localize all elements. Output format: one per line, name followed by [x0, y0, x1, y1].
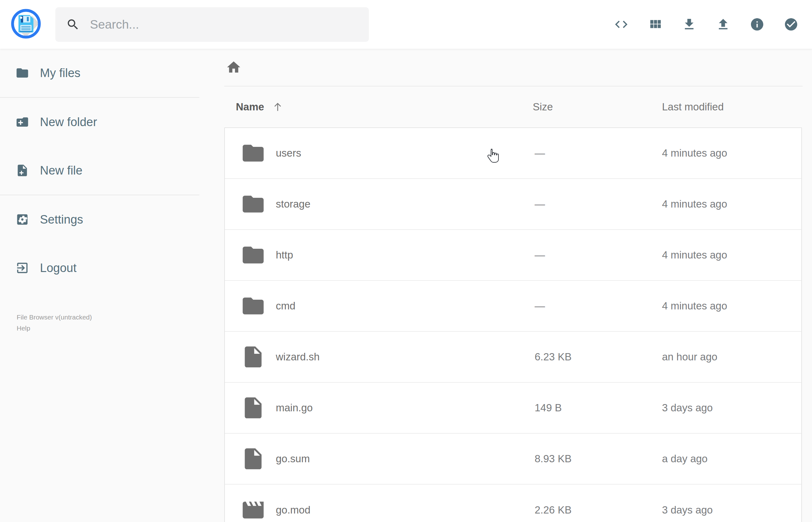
app-logo[interactable] [11, 8, 41, 39]
column-header-name[interactable]: Name [236, 101, 533, 113]
topbar [0, 0, 812, 49]
main-content: Name Size Last modified [207, 49, 812, 522]
file-modified: 4 minutes ago [662, 300, 801, 312]
folder-icon [241, 192, 266, 217]
check-circle-icon [784, 17, 798, 32]
file-row[interactable]: main.go 149 B 3 days ago [225, 383, 801, 434]
file-name: wizard.sh [276, 351, 535, 363]
file-row[interactable]: go.mod 2.26 KB 3 days ago [225, 485, 801, 522]
file-list: users — 4 minutes ago storage — 4 minu [224, 127, 802, 522]
upload-button[interactable] [713, 11, 733, 38]
topbar-actions [611, 0, 801, 49]
help-link[interactable]: Help [17, 323, 207, 334]
file-icon [241, 395, 266, 420]
file-row[interactable]: go.sum 8.93 KB a day ago [225, 434, 801, 485]
search-bar[interactable] [55, 7, 369, 42]
sidebar: My files New folder New file Settings Lo… [0, 49, 207, 334]
download-icon [682, 17, 696, 32]
file-icon [241, 446, 266, 471]
search-input[interactable] [90, 18, 369, 32]
select-multiple-button[interactable] [781, 11, 801, 38]
file-size: 2.26 KB [535, 504, 662, 516]
download-button[interactable] [679, 11, 699, 38]
file-size: 8.93 KB [535, 453, 662, 465]
sort-ascending-icon [272, 101, 284, 113]
sidebar-item-settings[interactable]: Settings [0, 195, 207, 244]
file-name: main.go [276, 402, 535, 414]
file-row[interactable]: storage — 4 minutes ago [225, 179, 801, 230]
floppy-disk-logo-icon [11, 8, 41, 39]
sidebar-item-logout[interactable]: Logout [0, 244, 207, 292]
file-modified: 3 days ago [662, 504, 801, 516]
file-name: go.mod [276, 504, 535, 516]
folder-icon [241, 141, 266, 166]
file-row[interactable]: users — 4 minutes ago [225, 128, 801, 179]
file-modified: 3 days ago [662, 402, 801, 414]
info-icon [750, 17, 765, 32]
sidebar-item-label: New file [40, 164, 82, 177]
file-row[interactable]: wizard.sh 6.23 KB an hour ago [225, 332, 801, 383]
code-icon [614, 17, 629, 32]
breadcrumb [207, 49, 812, 86]
file-modified: 4 minutes ago [662, 147, 801, 159]
sidebar-item-label: Logout [40, 261, 76, 275]
settings-gear-icon [15, 213, 29, 226]
sidebar-item-label: My files [40, 66, 81, 80]
info-button[interactable] [747, 11, 767, 38]
listing-header: Name Size Last modified [224, 86, 803, 127]
sidebar-item-new-file[interactable]: New file [0, 146, 207, 195]
search-icon [66, 18, 80, 32]
file-modified: 4 minutes ago [662, 249, 801, 261]
home-icon[interactable] [226, 59, 242, 75]
folder-icon [241, 242, 266, 267]
video-file-icon [241, 498, 266, 522]
file-icon [241, 344, 266, 369]
sidebar-item-label: New folder [40, 115, 97, 129]
file-size: — [535, 249, 662, 261]
file-modified: an hour ago [662, 351, 801, 363]
file-name: users [276, 147, 535, 159]
file-size: 149 B [535, 402, 662, 414]
grid-view-icon [648, 17, 663, 32]
app-version-text: File Browser v(untracked) [17, 312, 207, 323]
raw-view-button[interactable] [611, 11, 631, 38]
file-name: storage [276, 198, 535, 210]
file-row[interactable]: http — 4 minutes ago [225, 230, 801, 281]
file-row[interactable]: cmd — 4 minutes ago [225, 281, 801, 332]
sidebar-item-label: Settings [40, 213, 83, 226]
file-modified: 4 minutes ago [662, 198, 801, 210]
sidebar-footer: File Browser v(untracked) Help [0, 312, 207, 334]
grid-view-button[interactable] [645, 11, 665, 38]
file-size: 6.23 KB [535, 351, 662, 363]
column-header-modified[interactable]: Last modified [662, 101, 803, 113]
file-modified: a day ago [662, 453, 801, 465]
column-header-size[interactable]: Size [533, 101, 662, 113]
folder-icon [15, 66, 29, 80]
new-folder-icon [15, 115, 29, 129]
file-size: — [535, 198, 662, 210]
file-name: http [276, 249, 535, 261]
sidebar-item-my-files[interactable]: My files [0, 49, 207, 97]
logout-icon [15, 261, 29, 275]
folder-icon [241, 294, 266, 319]
file-size: — [535, 300, 662, 312]
file-name: go.sum [276, 453, 535, 465]
upload-icon [716, 17, 731, 32]
file-name: cmd [276, 300, 535, 312]
sidebar-item-new-folder[interactable]: New folder [0, 98, 207, 146]
file-size: — [535, 147, 662, 159]
new-file-icon [15, 163, 29, 177]
